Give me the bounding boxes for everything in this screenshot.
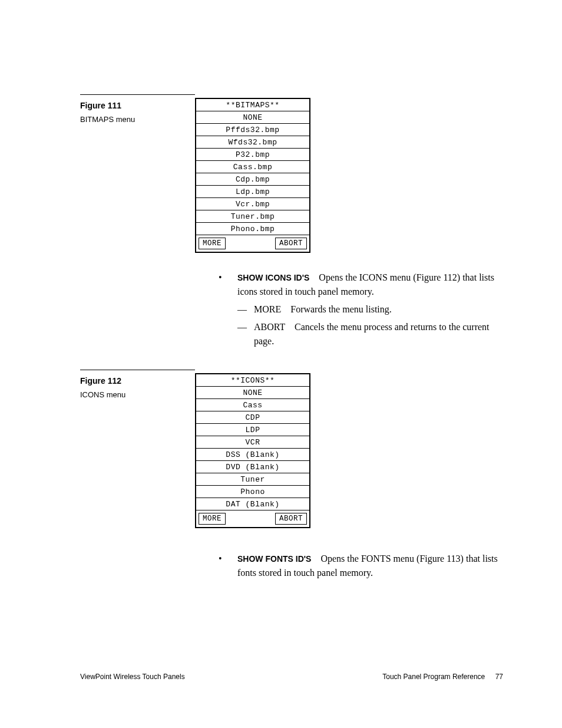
menu-item[interactable]: P32.bmp: [196, 149, 309, 161]
bullet-icon: •: [219, 271, 237, 299]
show-icons-bullet-block: • SHOW ICONS ID'S Opens the ICONS menu (…: [219, 271, 503, 348]
page-footer: ViewPoint Wireless Touch Panels Touch Pa…: [0, 673, 562, 681]
figure-112-caption: ICONS menu: [80, 390, 183, 399]
figure-112-label: Figure 112: [80, 376, 183, 386]
menu-item[interactable]: Cass: [196, 399, 309, 411]
abort-button[interactable]: ABORT: [275, 513, 307, 525]
more-term: MORE: [254, 304, 281, 314]
page: Figure 111 BITMAPS menu **BITMAPS** NONE…: [0, 0, 562, 728]
more-button[interactable]: MORE: [199, 513, 226, 525]
more-desc: Forwards the menu listing.: [290, 304, 392, 314]
sub-bullet-text: MORE Forwards the menu listing.: [254, 302, 392, 317]
figure-112-body: **ICONS** NONE Cass CDP LDP VCR DSS (Bla…: [195, 370, 503, 584]
figure-112-sidebar: Figure 112 ICONS menu: [80, 370, 195, 584]
figure-111-body: **BITMAPS** NONE Pffds32.bmp Wfds32.bmp …: [195, 94, 503, 352]
menu-item[interactable]: Wfds32.bmp: [196, 136, 309, 149]
menu-item[interactable]: DSS (Blank): [196, 449, 309, 461]
menu-item[interactable]: Tuner: [196, 473, 309, 486]
menu-item[interactable]: Cdp.bmp: [196, 173, 309, 186]
menu-item[interactable]: Tuner.bmp: [196, 210, 309, 223]
menu-item[interactable]: Cass.bmp: [196, 161, 309, 173]
icons-menu-footer: MORE ABORT: [196, 510, 309, 527]
menu-item[interactable]: DVD (Blank): [196, 461, 309, 473]
sub-bullets: — MORE Forwards the menu listing. — ABOR…: [237, 302, 503, 348]
figure-112-section: Figure 112 ICONS menu **ICONS** NONE Cas…: [80, 370, 503, 584]
menu-item[interactable]: Phono: [196, 486, 309, 498]
bullet-text: SHOW FONTS ID'S Opens the FONTS menu (Fi…: [237, 552, 503, 580]
footer-right-group: Touch Panel Program Reference 77: [382, 673, 503, 681]
show-icons-term: SHOW ICONS ID'S: [237, 273, 309, 282]
abort-term: ABORT: [254, 322, 285, 332]
abort-button[interactable]: ABORT: [275, 238, 307, 249]
bullet-text: SHOW ICONS ID'S Opens the ICONS menu (Fi…: [237, 271, 503, 299]
bullet-icon: •: [219, 552, 237, 580]
sub-bullet-more: — MORE Forwards the menu listing.: [237, 302, 503, 317]
show-fonts-bullet-block: • SHOW FONTS ID'S Opens the FONTS menu (…: [219, 552, 503, 580]
menu-item[interactable]: Vcr.bmp: [196, 198, 309, 210]
menu-item[interactable]: CDP: [196, 411, 309, 424]
dash-icon: —: [237, 320, 254, 348]
dash-icon: —: [237, 302, 254, 317]
menu-item[interactable]: DAT (Blank): [196, 498, 309, 510]
bitmaps-menu-footer: MORE ABORT: [196, 235, 309, 252]
menu-item[interactable]: LDP: [196, 424, 309, 436]
show-fonts-term: SHOW FONTS ID'S: [237, 554, 311, 564]
sub-bullet-text: ABORT Cancels the menu process and retur…: [254, 320, 503, 348]
menu-item[interactable]: NONE: [196, 387, 309, 399]
icons-menu-panel: **ICONS** NONE Cass CDP LDP VCR DSS (Bla…: [195, 373, 310, 528]
footer-left: ViewPoint Wireless Touch Panels: [80, 673, 185, 681]
show-fonts-bullet: • SHOW FONTS ID'S Opens the FONTS menu (…: [219, 552, 503, 580]
show-icons-bullet: • SHOW ICONS ID'S Opens the ICONS menu (…: [219, 271, 503, 299]
footer-right: Touch Panel Program Reference: [382, 673, 485, 681]
menu-item[interactable]: Pffds32.bmp: [196, 124, 309, 136]
sub-bullet-abort: — ABORT Cancels the menu process and ret…: [237, 320, 503, 348]
bitmaps-menu-panel: **BITMAPS** NONE Pffds32.bmp Wfds32.bmp …: [195, 98, 310, 253]
bitmaps-menu-title: **BITMAPS**: [196, 99, 309, 111]
menu-item[interactable]: Ldp.bmp: [196, 186, 309, 198]
figure-111-section: Figure 111 BITMAPS menu **BITMAPS** NONE…: [80, 94, 503, 352]
abort-desc: Cancels the menu process and returns to …: [254, 322, 490, 346]
icons-menu-title: **ICONS**: [196, 374, 309, 387]
menu-item[interactable]: Phono.bmp: [196, 223, 309, 235]
page-number: 77: [495, 673, 503, 681]
figure-111-caption: BITMAPS menu: [80, 115, 183, 124]
menu-item[interactable]: VCR: [196, 436, 309, 449]
figure-111-sidebar: Figure 111 BITMAPS menu: [80, 94, 195, 352]
figure-111-label: Figure 111: [80, 101, 183, 110]
menu-item[interactable]: NONE: [196, 111, 309, 124]
more-button[interactable]: MORE: [199, 238, 226, 249]
